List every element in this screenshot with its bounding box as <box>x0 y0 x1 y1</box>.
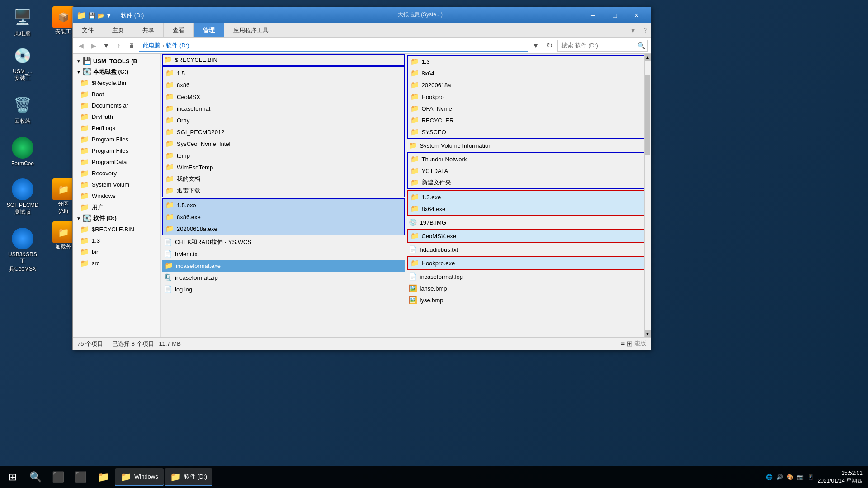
file-item-r-hookproexe[interactable]: 📁 Hookpro.exe <box>408 257 649 269</box>
sidebar-group-c[interactable]: ▼ 💽 本地磁盘 (C:) <box>73 66 160 77</box>
sidebar-item-perflogs[interactable]: 📁 PerfLogs <box>73 122 160 134</box>
sidebar-item-sysvolume[interactable]: 📁 System Volum <box>73 179 160 190</box>
maximize-button[interactable]: □ <box>604 9 625 22</box>
file-item-log[interactable]: 📄 log.log <box>161 283 406 295</box>
minimize-button[interactable]: ─ <box>583 9 604 22</box>
file-item-r-197b[interactable]: 💿 197B.IMG <box>406 216 651 228</box>
sidebar-item-d-recycle[interactable]: 📁 $RECYCLE.BIN <box>73 224 160 235</box>
taskbar-explorer-pin[interactable]: 📁 <box>92 468 114 486</box>
taskbar-search[interactable]: 🔍 <box>24 468 46 486</box>
file-item-sgi[interactable]: 📁 SGI_PECMD2012 <box>163 126 404 138</box>
scroll-thumb[interactable] <box>645 75 650 155</box>
scroll-down-btn[interactable]: ▼ <box>645 330 651 337</box>
desktop-icon-recycle[interactable]: 🗑️ 回收站 <box>5 92 41 127</box>
file-item-temp[interactable]: 📁 temp <box>163 150 404 161</box>
file-item-recycle[interactable]: 📁 $RECYCLE.BIN <box>161 54 406 66</box>
file-item-8x86exe[interactable]: 📁 8x86.exe <box>163 211 404 223</box>
file-item-incaseformat-zip[interactable]: 🗜️ incaseformat.zip <box>161 272 406 283</box>
up-button[interactable]: ↑ <box>113 40 124 51</box>
sidebar-item-d-13[interactable]: 📁 1.3 <box>73 235 160 246</box>
sidebar-item-d-src[interactable]: 📁 src <box>73 258 160 269</box>
path-drive[interactable]: 软件 (D:) <box>166 42 189 50</box>
scrollbar[interactable]: ▲ ▼ <box>644 54 651 337</box>
file-item-8x86[interactable]: 📁 8x86 <box>163 79 404 91</box>
file-item-xunlei[interactable]: 📁 迅雷下载 <box>163 185 404 197</box>
file-item-incaseformat-exe[interactable]: 📁 incaseformat.exe <box>162 260 405 272</box>
view-grid-icon[interactable]: ⊞ <box>627 339 632 348</box>
path-dropdown[interactable]: ▼ <box>530 40 541 51</box>
desktop-icon-usb3[interactable]: USB3&SRS工具CeoMSX <box>5 226 41 275</box>
taskbar-software-d[interactable]: 📁 软件 (D:) <box>165 468 212 486</box>
tray-clock[interactable]: 15:52:01 2021/01/14 星期四 <box>818 469 863 485</box>
file-item-r-thunder[interactable]: 📁 Thunder Network <box>408 153 649 165</box>
file-item-wimesdtemp[interactable]: 📁 WimEsdTemp <box>163 161 404 173</box>
desktop-icon-computer[interactable]: 🖥️ 此电脑 <box>5 5 41 39</box>
sidebar-item-programdata[interactable]: 📁 ProgramData <box>73 156 160 168</box>
file-item-r-8x64[interactable]: 📁 8x64 <box>408 67 649 79</box>
back-button[interactable]: ◀ <box>75 40 86 51</box>
tab-share[interactable]: 共享 <box>133 23 164 37</box>
tab-manage[interactable]: 管理 <box>194 23 224 37</box>
file-item-r-20200618a[interactable]: 📁 20200618a <box>408 79 649 91</box>
refresh-button[interactable]: ↻ <box>543 39 556 52</box>
ribbon-help[interactable]: ? <box>640 23 651 37</box>
sidebar-item-drvpath[interactable]: 📁 DrvPath <box>73 111 160 122</box>
address-path[interactable]: 此电脑 › 软件 (D:) <box>139 40 528 52</box>
sidebar-item-docs[interactable]: 📁 Documents ar <box>73 100 160 111</box>
desktop-icon-usm[interactable]: 💿 USM_...安装工 <box>5 43 41 84</box>
file-item-r-ceomsxexe[interactable]: 📁 CeoMSX.exe <box>408 230 649 242</box>
taskbar-cmd[interactable]: ⬛ <box>70 468 91 486</box>
sidebar-item-boot[interactable]: 📁 Boot <box>73 89 160 100</box>
file-item-20200618exe[interactable]: 📁 20200618a.exe <box>163 223 404 235</box>
view-list-icon[interactable]: ≡ <box>621 339 625 348</box>
start-button[interactable]: ⊞ <box>2 468 24 486</box>
tab-file[interactable]: 文件 <box>73 23 103 37</box>
file-item-r-8x64exe[interactable]: 📁 8x64.exe <box>408 203 649 215</box>
sidebar-group-usm[interactable]: ▼ 💾 USM_TOOLS (B <box>73 56 160 66</box>
file-item-r-hookpro[interactable]: 📁 Hookpro <box>408 91 649 103</box>
scroll-up-btn[interactable]: ▲ <box>645 54 651 61</box>
file-item-r-yctdata[interactable]: 📁 YCTDATA <box>408 165 649 177</box>
file-item-sysceo[interactable]: 📁 SysCeo_Nvme_Intel <box>163 138 404 150</box>
dropdown-button[interactable]: ▼ <box>101 40 112 51</box>
close-button[interactable]: ✕ <box>626 9 647 22</box>
file-item-15exe[interactable]: 📁 1.5.exe <box>163 199 404 211</box>
file-item-ceomsx[interactable]: 📁 CeoMSX <box>163 91 404 103</box>
file-item-r-lansebmp[interactable]: 🖼️ lanse.bmp <box>406 282 651 294</box>
file-item-chek[interactable]: 📄 CHEK和RADI拉伸 - YS.WCS <box>161 236 406 248</box>
file-item-15[interactable]: 📁 1.5 <box>163 67 404 79</box>
file-item-r-sysvolinfo[interactable]: 📁 System Volume Information <box>406 140 651 151</box>
file-item-r-incaseformatlog[interactable]: 📄 incaseformat.log <box>406 271 651 282</box>
desktop-icon-formceo[interactable]: FormCeo <box>5 135 41 169</box>
sidebar-group-d[interactable]: ▼ 💽 软件 (D:) <box>73 213 160 224</box>
taskbar-windows-open[interactable]: 📁 Windows <box>115 468 164 486</box>
file-item-hmem[interactable]: 📄 hMem.txt <box>161 248 406 260</box>
file-item-r-13exe[interactable]: 📁 1.3.exe <box>408 191 649 203</box>
tab-app-tools[interactable]: 应用程序工具 <box>224 23 278 37</box>
sidebar-item-programfiles2[interactable]: 📁 Program Files <box>73 145 160 156</box>
file-item-r-recycler[interactable]: 📁 RECYCLER <box>408 114 649 126</box>
sidebar-item-programfiles1[interactable]: 📁 Program Files <box>73 134 160 145</box>
tab-home[interactable]: 主页 <box>103 23 133 37</box>
sidebar-item-recovery[interactable]: 📁 Recovery <box>73 168 160 179</box>
path-computer[interactable]: 此电脑 <box>143 42 160 50</box>
file-item-oray[interactable]: 📁 Oray <box>163 114 404 126</box>
tab-view[interactable]: 查看 <box>164 23 194 37</box>
sidebar-item-windows[interactable]: 📁 Windows <box>73 190 160 202</box>
file-item-r-hdaudio[interactable]: 📄 hdaudiobus.txt <box>406 244 651 255</box>
file-item-r-ofanvme[interactable]: 📁 OFA_Nvme <box>408 103 649 114</box>
search-input[interactable] <box>557 40 648 52</box>
taskbar-taskview[interactable]: ⬛ <box>47 468 69 486</box>
file-item-r-newfolder[interactable]: 📁 新建文件夹 <box>408 177 649 188</box>
file-item-r-lysebmp[interactable]: 🖼️ lyse.bmp <box>406 294 651 306</box>
sidebar-item-recycle[interactable]: 📁 $Recycle.Bin <box>73 77 160 89</box>
forward-button[interactable]: ▶ <box>88 40 99 51</box>
sidebar-item-users[interactable]: 📁 用户 <box>73 202 160 213</box>
file-item-mydocs[interactable]: 📁 我的文档 <box>163 173 404 185</box>
file-item-r-13[interactable]: 📁 1.3 <box>408 56 649 67</box>
ribbon-expand[interactable]: ▼ <box>626 23 640 37</box>
file-item-incaseformat[interactable]: 📁 incaseformat <box>163 103 404 114</box>
sidebar-item-d-bin[interactable]: 📁 bin <box>73 246 160 258</box>
file-item-r-sysceo[interactable]: 📁 SYSCEO <box>408 126 649 138</box>
desktop-icon-sgi[interactable]: SGI_PECMD测试版 <box>5 177 41 218</box>
